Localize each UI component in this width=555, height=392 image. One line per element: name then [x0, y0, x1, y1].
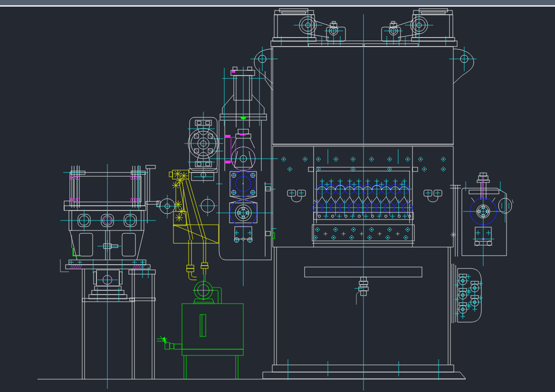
handwheel	[498, 194, 513, 222]
belt-drive-left	[273, 9, 345, 46]
stand-mid-body	[60, 201, 156, 231]
drain-valve	[157, 336, 182, 349]
clamp-plate-bolts	[318, 214, 411, 219]
side-roller-bracket	[452, 264, 483, 323]
foundation-plate	[263, 372, 466, 379]
base-plate	[272, 365, 454, 372]
lower-beam-bolts	[313, 227, 410, 240]
stand-base	[66, 259, 150, 273]
hydraulic-pipes	[173, 179, 219, 282]
application-window	[0, 0, 555, 392]
lower-roll-housing	[216, 170, 273, 226]
stand-top-frame	[63, 165, 148, 210]
magenta-hatch-left	[70, 265, 82, 268]
belt-drive-right	[382, 9, 455, 46]
stand-right-bracket	[146, 165, 158, 223]
entry-roll-unit	[209, 67, 278, 286]
oil-pump	[193, 281, 221, 304]
machine-pedestal	[263, 247, 466, 380]
flange-motor-unit	[184, 112, 223, 183]
drawing-canvas[interactable]	[0, 7, 555, 392]
window-titlebar[interactable]	[0, 0, 555, 5]
stand-legs	[60, 230, 144, 272]
main-machine	[250, 9, 477, 391]
left-support-stand	[60, 164, 158, 389]
screwdown-gearbox	[450, 172, 513, 266]
stand-pedestal	[82, 270, 134, 302]
oil-tank	[182, 304, 243, 379]
lifting-lug-left	[250, 47, 278, 84]
cad-drawing	[0, 7, 555, 392]
drain-fitting	[354, 277, 368, 305]
oil-tank-unit	[157, 281, 243, 379]
stand-columns	[82, 260, 155, 379]
